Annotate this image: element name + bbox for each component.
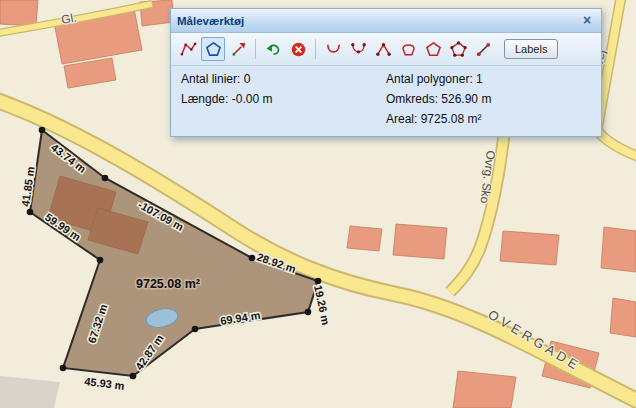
- draw-arrow-tool[interactable]: [226, 37, 250, 61]
- dialog-titlebar[interactable]: Måleværktøj ×: [171, 9, 601, 33]
- road-top-right: [597, 0, 636, 160]
- building: [500, 231, 559, 265]
- polygon-vertex[interactable]: [60, 365, 67, 372]
- close-icon[interactable]: ×: [579, 13, 595, 29]
- draw-polygon-icon: [205, 41, 222, 58]
- draw-line-icon: [180, 41, 197, 58]
- dialog-title: Måleværktøj: [177, 15, 579, 27]
- delete-icon: [290, 41, 307, 58]
- polygon-vertex[interactable]: [315, 278, 322, 285]
- segment-length-label: 19.26 m: [312, 284, 332, 326]
- polygon-vertex[interactable]: [102, 175, 109, 182]
- map-grey-area: [0, 376, 60, 408]
- undo-tool[interactable]: [261, 37, 285, 61]
- polygon-stats-column: Antal polygoner: 1 Omkreds: 526.90 m Are…: [386, 72, 491, 126]
- stat-polygons: Antal polygoner: 1: [386, 72, 491, 86]
- draw-polygon-tool[interactable]: [201, 37, 225, 61]
- building: [347, 226, 382, 251]
- building: [0, 0, 38, 26]
- polygon-area-label: 9725.08 m²: [136, 277, 200, 291]
- building: [601, 227, 636, 272]
- edit-line-vertices-tool[interactable]: [371, 37, 395, 61]
- building: [393, 224, 447, 259]
- polygon-vertex[interactable]: [249, 255, 256, 262]
- toolbar-separator: [315, 39, 316, 59]
- street-label-gl: Gl.: [60, 11, 78, 27]
- measure-toolbar: Labels: [171, 33, 601, 66]
- line-stats-column: Antal linier: 0 Længde: -0.00 m: [181, 72, 386, 126]
- edit-polygon-vertices-tool[interactable]: [446, 37, 470, 61]
- arc-icon: [325, 41, 342, 58]
- arrow-vertices-icon: [475, 41, 492, 58]
- stat-lines: Antal linier: 0: [181, 72, 386, 86]
- edit-arrow-tool[interactable]: [471, 37, 495, 61]
- polygon-vertex[interactable]: [39, 127, 46, 134]
- delete-all-tool[interactable]: [286, 37, 310, 61]
- draw-arrow-icon: [230, 41, 247, 58]
- arc-vertices-icon: [350, 41, 367, 58]
- toolbar-separator: [255, 39, 256, 59]
- edit-arc-vertices-tool[interactable]: [346, 37, 370, 61]
- polygon-vertex[interactable]: [27, 209, 34, 216]
- building: [453, 371, 516, 408]
- app-window: Gl. Ovrg. Sko vej OVERGADE 43.74 m 41.85…: [0, 0, 636, 408]
- measurement-stats: Antal linier: 0 Længde: -0.00 m Antal po…: [171, 66, 601, 136]
- edit-polygon-tool[interactable]: [421, 37, 445, 61]
- polygon-vertex[interactable]: [97, 257, 104, 264]
- polygon-vertex[interactable]: [130, 373, 137, 380]
- polygon-vertex[interactable]: [192, 326, 199, 333]
- draw-line-tool[interactable]: [176, 37, 200, 61]
- stat-length: Længde: -0.00 m: [181, 92, 386, 106]
- building: [610, 298, 636, 337]
- undo-icon: [265, 41, 282, 58]
- labels-toggle-button[interactable]: Labels: [504, 39, 558, 59]
- stat-perimeter: Omkreds: 526.90 m: [386, 92, 491, 106]
- polygon-outline-icon: [425, 41, 442, 58]
- polygon-vertices-icon: [450, 41, 467, 58]
- draw-polygon-arc-tool[interactable]: [396, 37, 420, 61]
- stat-area: Areal: 9725.08 m²: [386, 112, 491, 126]
- polygon-vertex[interactable]: [305, 309, 312, 316]
- draw-arc-tool[interactable]: [321, 37, 345, 61]
- line-vertices-icon: [375, 41, 392, 58]
- measure-tool-dialog: Måleværktøj ×: [170, 8, 602, 137]
- polygon-arc-icon: [400, 41, 417, 58]
- segment-length-label: 45.93 m: [84, 375, 126, 392]
